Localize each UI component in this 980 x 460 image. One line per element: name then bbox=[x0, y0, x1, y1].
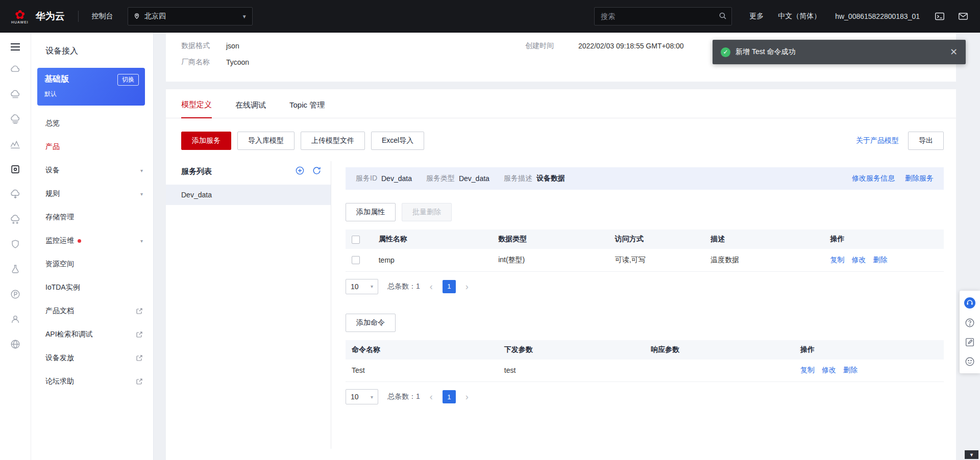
add-command-button[interactable]: 添加命令 bbox=[346, 314, 396, 332]
page-number-current[interactable]: 1 bbox=[443, 390, 456, 403]
prev-page-icon[interactable]: ‹ bbox=[426, 392, 436, 401]
export-button[interactable]: 导出 bbox=[908, 132, 944, 150]
scroll-down-button[interactable]: ▼ bbox=[965, 450, 978, 459]
total-value: 1 bbox=[416, 282, 420, 290]
sidebar-item-device-provisioning[interactable]: 设备发放 bbox=[31, 346, 153, 370]
region-selector[interactable]: 北京四 ▼ bbox=[128, 7, 253, 25]
tab-online-debug[interactable]: 在线调试 bbox=[235, 100, 266, 118]
model-toolbar: 添加服务 导入库模型 上传模型文件 Excel导入 关于产品模型 导出 bbox=[166, 118, 956, 150]
cloud-shell-icon[interactable] bbox=[934, 11, 945, 22]
flask-icon[interactable] bbox=[10, 264, 21, 275]
switch-edition-button[interactable]: 切换 bbox=[117, 74, 139, 86]
success-check-icon: ✓ bbox=[721, 47, 730, 57]
page-size-select[interactable]: 10 ▾ bbox=[346, 389, 378, 404]
next-page-icon[interactable]: › bbox=[462, 392, 472, 401]
account-name[interactable]: hw_008615822800183_01 bbox=[835, 12, 920, 20]
total-label: 总条数： bbox=[387, 282, 416, 290]
sidebar-item-forum-help[interactable]: 论坛求助 bbox=[31, 370, 153, 393]
monitor-wave-icon[interactable] bbox=[10, 139, 21, 150]
iot-device-box-icon[interactable] bbox=[10, 164, 21, 175]
people-icon[interactable] bbox=[10, 314, 21, 325]
upload-model-file-button[interactable]: 上传模型文件 bbox=[301, 132, 365, 150]
sidebar-item-product-docs[interactable]: 产品文档 bbox=[31, 299, 153, 323]
shield-icon[interactable] bbox=[10, 239, 21, 250]
huawei-logo[interactable]: ✿ HUAWEI bbox=[11, 9, 29, 24]
col-command-name: 命令名称 bbox=[346, 340, 498, 360]
add-property-button[interactable]: 添加属性 bbox=[346, 203, 396, 221]
sidebar-item-products[interactable]: 产品 bbox=[31, 135, 153, 159]
menu-label: 存储管理 bbox=[45, 213, 74, 222]
service-type-value: Dev_data bbox=[459, 174, 489, 183]
tab-topic-management[interactable]: Topic 管理 bbox=[289, 100, 325, 118]
delete-command-link[interactable]: 删除 bbox=[843, 366, 857, 375]
sidebar-item-devices[interactable]: 设备 ▾ bbox=[31, 159, 153, 182]
cloud-node-icon[interactable] bbox=[10, 214, 21, 225]
menu-label: IoTDA实例 bbox=[45, 283, 80, 292]
tab-model-definition[interactable]: 模型定义 bbox=[181, 100, 212, 118]
search-icon[interactable] bbox=[718, 11, 727, 22]
parking-circle-icon[interactable] bbox=[10, 289, 21, 300]
menu-label: 设备 bbox=[45, 166, 60, 175]
edit-property-link[interactable]: 修改 bbox=[852, 255, 866, 265]
sidebar-item-storage[interactable]: 存储管理 bbox=[31, 206, 153, 229]
copy-property-link[interactable]: 复制 bbox=[830, 255, 845, 265]
toast-message: 新增 Test 命令成功 bbox=[736, 47, 795, 57]
add-service-icon[interactable] bbox=[295, 166, 305, 177]
about-product-model-link[interactable]: 关于产品模型 bbox=[856, 136, 899, 145]
sidebar-item-overview[interactable]: 总览 bbox=[31, 112, 153, 135]
search-input[interactable] bbox=[594, 7, 732, 25]
delete-property-link[interactable]: 删除 bbox=[873, 255, 888, 265]
sidebar-item-rules[interactable]: 规则 ▾ bbox=[31, 182, 153, 206]
row-checkbox[interactable] bbox=[352, 256, 360, 264]
command-row: Test test 复制 修改 删除 bbox=[346, 360, 944, 382]
satisfaction-smiley-icon[interactable] bbox=[964, 356, 975, 367]
service-list-item[interactable]: Dev_data bbox=[166, 185, 331, 205]
feedback-icon[interactable] bbox=[964, 337, 975, 348]
total-value: 1 bbox=[416, 392, 420, 400]
page-number-current[interactable]: 1 bbox=[443, 280, 456, 293]
brand-title[interactable]: 华为云 bbox=[36, 10, 65, 23]
support-agent-icon[interactable] bbox=[964, 297, 976, 309]
edition-card[interactable]: 基础版 切换 默认 bbox=[37, 68, 145, 106]
add-service-button[interactable]: 添加服务 bbox=[181, 132, 231, 150]
service-type-label: 服务类型 bbox=[426, 174, 455, 183]
delete-service-link[interactable]: 删除服务 bbox=[905, 174, 934, 183]
sidebar-item-iotda-instances[interactable]: IoTDA实例 bbox=[31, 276, 153, 299]
service-name: Dev_data bbox=[181, 191, 212, 199]
sidebar-item-monitoring[interactable]: 监控运维 ▾ bbox=[31, 229, 153, 252]
import-library-model-button[interactable]: 导入库模型 bbox=[237, 132, 295, 150]
menu-label: 论坛求助 bbox=[45, 377, 74, 386]
console-link[interactable]: 控制台 bbox=[92, 12, 113, 21]
service-desc-label: 服务描述 bbox=[504, 174, 532, 183]
hamburger-menu-icon[interactable] bbox=[10, 43, 20, 53]
mail-icon[interactable] bbox=[958, 11, 969, 22]
sidebar-item-api-explorer[interactable]: API检索和调试 bbox=[31, 323, 153, 346]
select-all-checkbox[interactable] bbox=[352, 236, 360, 244]
edit-service-link[interactable]: 修改服务信息 bbox=[852, 174, 895, 183]
batch-delete-button[interactable]: 批量删除 bbox=[402, 203, 452, 221]
next-page-icon[interactable]: › bbox=[462, 282, 472, 291]
globe-icon[interactable] bbox=[10, 339, 21, 350]
more-menu[interactable]: 更多 bbox=[749, 12, 764, 21]
commands-table: 命令名称 下发参数 响应参数 操作 Test test bbox=[346, 340, 944, 382]
commands-pagination: 10 ▾ 总条数：1 ‹ 1 › bbox=[346, 389, 944, 404]
excel-import-button[interactable]: Excel导入 bbox=[371, 132, 424, 150]
sidebar-item-resource-spaces[interactable]: 资源空间 bbox=[31, 252, 153, 276]
data-format-label: 数据格式 bbox=[181, 41, 226, 50]
service-list-title: 服务列表 bbox=[181, 167, 212, 176]
assist-rail bbox=[960, 291, 980, 373]
refresh-icon[interactable] bbox=[312, 166, 322, 177]
close-icon[interactable]: ✕ bbox=[950, 47, 958, 57]
page-size-select[interactable]: 10 ▾ bbox=[346, 279, 378, 294]
cloud-icon[interactable] bbox=[10, 89, 21, 100]
language-switcher[interactable]: 中文（简体） bbox=[778, 12, 821, 21]
cloud-down-icon[interactable] bbox=[10, 189, 21, 200]
property-name-cell: temp bbox=[373, 249, 492, 271]
help-icon[interactable] bbox=[964, 317, 975, 328]
chevron-down-icon: ▾ bbox=[140, 191, 143, 197]
edit-command-link[interactable]: 修改 bbox=[822, 366, 836, 375]
copy-command-link[interactable]: 复制 bbox=[800, 366, 815, 375]
cloud-stack-icon[interactable] bbox=[10, 114, 21, 125]
cloud-server-icon[interactable] bbox=[10, 64, 21, 75]
prev-page-icon[interactable]: ‹ bbox=[426, 282, 436, 291]
